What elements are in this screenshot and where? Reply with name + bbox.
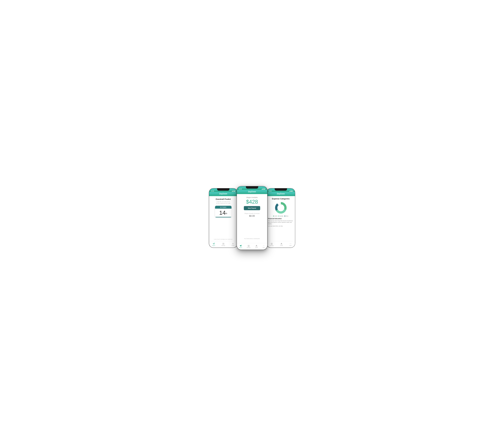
nav-payout-center[interactable]: Payout [239,245,242,248]
calendar-footer-bar [215,217,231,217]
time-right: 15:20 [269,191,272,192]
nav-profile-label-left: Profile [232,245,234,246]
nav-earnings-right[interactable]: Earnings [270,243,274,246]
svg-point-2 [232,243,233,244]
wages-amount: $428 [246,199,258,204]
legend-others: Others [284,216,288,217]
app-title-left: ZayZoon [219,193,227,195]
nav-profile-right[interactable]: Profile [280,243,283,246]
app-title-center: ZayZoon [248,191,256,193]
nav-payout-label-left: Payout [212,245,215,246]
overdraft-title: Overdraft Predict [216,198,231,200]
more-icon-right [289,243,292,245]
credit-label: Credit [274,216,277,217]
wages-section: Wages Available $428 New Payout Wages Al… [237,194,267,243]
battery-center [263,189,265,190]
app-header-right: ZayZoon [267,192,295,196]
nav-payout-label-center: Payout [239,247,242,248]
wages-accessed-amount: $0.00 [249,215,255,217]
deductions-label: No Deductions Scheduled [244,236,260,241]
wages-accessed-label: Wages Already Accessed [244,213,259,214]
nav-profile-label-center: Profile [255,247,258,248]
notch-center [246,186,258,189]
nav-more-label-center: More [263,247,265,248]
profile-icon-center [255,245,258,247]
left-phone-content: Overdraft Predict Looks like your bank a… [209,196,238,241]
nav-earnings-label-center: Earnings [247,247,250,248]
right-phone-content: Expense Categories [267,196,295,241]
svg-point-8 [264,246,265,246]
time-center: 15:20 [239,188,242,190]
new-payout-button[interactable]: New Payout [244,206,260,210]
payout-icon-left [213,243,215,245]
status-icons-center [262,189,265,190]
nav-earnings-left[interactable]: Earnings [221,243,225,246]
donut-container [268,201,293,215]
others-dot [284,216,285,217]
essentials-dot [278,216,279,217]
legend-essentials: Essentials [278,216,283,217]
earnings-icon-left [222,243,225,245]
nav-profile-center[interactable]: Profile [255,245,258,248]
notch-right [275,188,287,191]
earnings-icon-center [247,245,250,247]
time-left: 15:20 [211,191,214,192]
profile-icon-right [280,243,283,245]
nav-payout-left[interactable]: Payout [212,243,215,246]
payout-icon-center [239,245,242,247]
svg-point-16 [290,244,290,244]
nav-earnings-label-right: Earnings [270,245,274,246]
calendar-day-sup: th [226,212,227,214]
fin-edu-text: There are four basic things that everyon… [268,220,293,225]
bottom-nav-left: Payout Earnings [209,241,238,248]
svg-point-5 [256,245,257,246]
svg-rect-13 [271,243,273,245]
svg-rect-3 [248,245,249,246]
battery-left [234,191,235,192]
nav-more-right[interactable]: More [289,243,292,246]
expense-title: Expense Categories [268,198,293,200]
app-header-center: ZayZoon [237,190,267,194]
signal-center [262,189,263,190]
app-header-left: ZayZoon [209,192,238,196]
svg-point-14 [272,243,272,244]
status-icons-left [232,191,235,192]
nav-earnings-label-left: Earnings [221,245,225,246]
phone-right: 15:20 ZayZoon Expe [266,188,295,248]
nav-more-center[interactable]: More [263,245,265,248]
svg-point-17 [290,244,291,244]
donut-chart [274,201,287,215]
essentials-label: Essentials [279,216,283,217]
overdraft-desc: Looks like your bank accou at risk of go… [216,201,230,204]
svg-point-7 [264,246,264,246]
others-label: Others [286,216,288,217]
phone-center: 15:20 ZayZoon Wage [237,186,267,250]
overdraft-content: Overdraft Predict Looks like your bank a… [209,196,238,241]
earnings-icon-right [271,243,273,245]
expenses-label: Learn how to manage your expenses [214,238,232,240]
bottom-nav-right: Earnings Profile [267,241,295,248]
svg-point-15 [281,243,282,244]
notch-left [217,188,229,191]
expense-content: Expense Categories [267,196,295,241]
calendar-month: OCTOBER [215,206,231,209]
wages-available-label: Wages Available [246,197,258,198]
phone-left: 15:20 ZayZoon Over [209,188,238,248]
nav-earnings-center[interactable]: Earnings [247,245,250,248]
fin-edu-more: Let's learn about them, one step [268,225,293,227]
svg-point-18 [291,244,291,244]
nav-profile-label-right: Profile [280,245,283,246]
app-title-right: ZayZoon [277,193,285,195]
status-icons-right [289,191,293,192]
battery-right [291,191,293,192]
svg-point-4 [248,245,249,246]
more-icon-center [263,245,265,247]
svg-point-6 [263,246,263,246]
calendar-day-num: 14 [219,209,226,216]
calendar-card: OCTOBER 14th [215,206,231,217]
nav-profile-left[interactable]: Profile [232,243,234,246]
fin-edu-title: Financial Education [268,218,293,219]
legend: Credit Essentials Others [268,216,293,217]
profile-icon-left [232,243,234,245]
signal-left [232,191,233,192]
